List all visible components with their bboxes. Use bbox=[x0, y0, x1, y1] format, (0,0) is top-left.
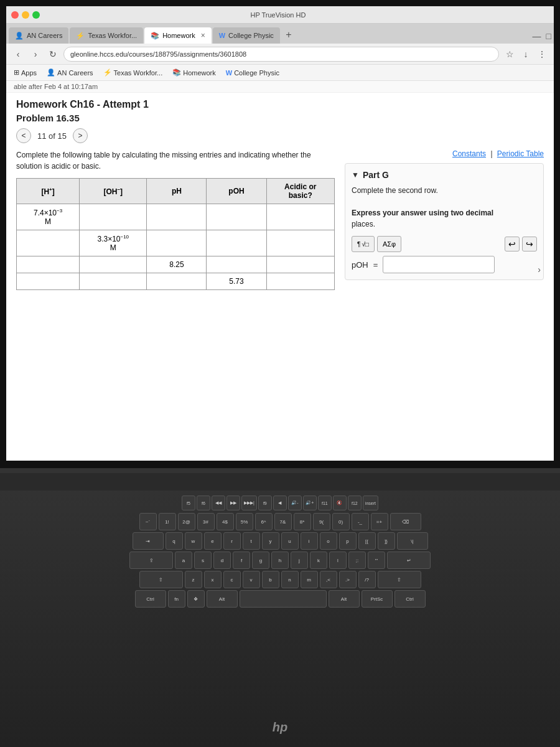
key-l[interactable]: l bbox=[329, 552, 347, 569]
key-ctrl-right[interactable]: Ctrl bbox=[394, 590, 426, 608]
key-f10[interactable]: ◀ bbox=[273, 496, 287, 510]
bookmark-college[interactable]: W College Physic bbox=[223, 68, 282, 78]
maximize-window-button[interactable] bbox=[32, 11, 40, 19]
redo-button[interactable]: ↪ bbox=[522, 237, 537, 251]
key-w[interactable]: w bbox=[185, 532, 202, 550]
key-space[interactable] bbox=[240, 590, 327, 608]
key-alt-right[interactable]: Alt bbox=[329, 590, 360, 608]
key-f6[interactable]: f6 bbox=[197, 496, 210, 510]
key-b[interactable]: b bbox=[262, 571, 279, 588]
tab-college-physics[interactable]: W College Physic bbox=[213, 27, 280, 44]
key-q[interactable]: q bbox=[166, 532, 183, 550]
key-enter[interactable]: ↵ bbox=[387, 552, 431, 569]
key-h[interactable]: h bbox=[271, 552, 289, 569]
key-f12[interactable]: f12 bbox=[348, 496, 362, 510]
key-tilde[interactable]: ~` bbox=[139, 513, 157, 530]
key-capslock[interactable]: ⇪ bbox=[129, 552, 173, 569]
key-8[interactable]: 8* bbox=[294, 513, 311, 530]
close-window-button[interactable] bbox=[11, 11, 19, 19]
key-a[interactable]: a bbox=[175, 552, 192, 569]
key-3[interactable]: 3# bbox=[197, 513, 215, 530]
key-y[interactable]: y bbox=[262, 532, 279, 550]
key-2[interactable]: 2@ bbox=[178, 513, 195, 530]
key-f5[interactable]: f5 bbox=[182, 496, 195, 510]
key-win[interactable]: ❖ bbox=[187, 590, 205, 608]
key-insert[interactable]: insert bbox=[363, 496, 378, 510]
key-t[interactable]: t bbox=[243, 532, 260, 550]
part-g-collapse-arrow[interactable]: ▼ bbox=[352, 171, 359, 179]
key-fn[interactable]: fn bbox=[168, 590, 185, 608]
key-f9-play[interactable]: ▶▶▶| bbox=[241, 496, 257, 510]
key-lbracket[interactable]: [{ bbox=[358, 532, 376, 550]
undo-button[interactable]: ↩ bbox=[505, 237, 520, 251]
prev-problem-button[interactable]: < bbox=[16, 128, 31, 143]
star-icon[interactable]: ☆ bbox=[503, 47, 516, 61]
key-x[interactable]: x bbox=[204, 571, 222, 588]
tab-texas-workfor[interactable]: ⚡ Texas Workfor... bbox=[70, 27, 143, 44]
key-n[interactable]: n bbox=[281, 571, 299, 588]
back-button[interactable]: ‹ bbox=[11, 47, 25, 61]
key-9[interactable]: 9( bbox=[313, 513, 330, 530]
tab-an-careers[interactable]: 👤 AN Careers bbox=[9, 27, 68, 44]
constants-link[interactable]: Constants bbox=[452, 149, 486, 158]
bookmark-texas[interactable]: ⚡ Texas Workfor... bbox=[101, 67, 166, 78]
periodic-table-link[interactable]: Periodic Table bbox=[497, 149, 544, 158]
tab-close-homework[interactable]: × bbox=[201, 31, 205, 40]
refresh-button[interactable]: ↻ bbox=[46, 47, 60, 61]
key-equals[interactable]: =+ bbox=[371, 513, 388, 530]
text-format-button[interactable]: ¶ √□ bbox=[352, 236, 375, 252]
key-o[interactable]: o bbox=[320, 532, 337, 550]
answer-input[interactable] bbox=[383, 256, 495, 273]
key-shift-left[interactable]: ⇧ bbox=[139, 571, 183, 588]
key-prtsc[interactable]: PrtSc bbox=[362, 590, 393, 608]
key-r[interactable]: r bbox=[223, 532, 241, 550]
key-f7[interactable]: ◀◀ bbox=[212, 496, 225, 510]
key-c[interactable]: c bbox=[223, 571, 241, 588]
forward-button[interactable]: › bbox=[29, 47, 42, 61]
key-i[interactable]: i bbox=[301, 532, 318, 550]
menu-icon[interactable]: ⋮ bbox=[535, 47, 549, 61]
key-e[interactable]: e bbox=[204, 532, 222, 550]
bookmark-an-careers[interactable]: 👤 AN Careers bbox=[44, 67, 95, 78]
key-j[interactable]: j bbox=[291, 552, 308, 569]
key-alt-left[interactable]: Alt bbox=[207, 590, 238, 608]
key-quote[interactable]: '" bbox=[368, 552, 385, 569]
key-z[interactable]: z bbox=[185, 571, 202, 588]
key-m[interactable]: m bbox=[301, 571, 318, 588]
download-icon[interactable]: ↓ bbox=[519, 47, 533, 61]
key-5[interactable]: 5% bbox=[236, 513, 253, 530]
bookmark-homework[interactable]: 📚 Homework bbox=[170, 67, 218, 78]
minimize-window-button[interactable] bbox=[22, 11, 29, 19]
restore-browser-button[interactable]: □ bbox=[546, 31, 551, 41]
key-f9[interactable]: f9 bbox=[258, 496, 272, 510]
key-u[interactable]: u bbox=[281, 532, 299, 550]
new-tab-button[interactable]: + bbox=[281, 27, 296, 42]
key-4[interactable]: 4$ bbox=[217, 513, 234, 530]
symbol-button[interactable]: ΑΣφ bbox=[377, 236, 401, 252]
key-rbracket[interactable]: ]} bbox=[378, 532, 395, 550]
minimize-browser-button[interactable]: — bbox=[533, 31, 541, 41]
next-problem-button[interactable]: > bbox=[73, 128, 88, 143]
key-slash[interactable]: /? bbox=[358, 571, 376, 588]
key-semicolon[interactable]: ;: bbox=[348, 552, 366, 569]
tab-homework[interactable]: 📚 Homework × bbox=[144, 27, 212, 44]
key-7[interactable]: 7& bbox=[274, 513, 292, 530]
key-g[interactable]: g bbox=[252, 552, 269, 569]
key-v[interactable]: v bbox=[243, 571, 260, 588]
key-1[interactable]: 1! bbox=[159, 513, 176, 530]
key-f11[interactable]: f11 bbox=[318, 496, 332, 510]
key-mute[interactable]: 🔇 bbox=[333, 496, 347, 510]
key-shift-right[interactable]: ⇧ bbox=[378, 571, 421, 588]
key-period[interactable]: .> bbox=[339, 571, 357, 588]
key-tab[interactable]: ⇥ bbox=[133, 532, 164, 550]
key-comma[interactable]: ,< bbox=[320, 571, 337, 588]
key-k[interactable]: k bbox=[310, 552, 327, 569]
address-box[interactable]: gleonline.hccs.edu/courses/188795/assign… bbox=[63, 47, 499, 62]
key-d[interactable]: d bbox=[213, 552, 231, 569]
key-backslash[interactable]: \| bbox=[397, 532, 428, 550]
key-0[interactable]: 0) bbox=[332, 513, 350, 530]
key-6[interactable]: 6^ bbox=[255, 513, 273, 530]
key-vol-up[interactable]: 🔊+ bbox=[303, 496, 317, 510]
key-s[interactable]: s bbox=[194, 552, 212, 569]
bookmark-apps[interactable]: ⊞ Apps bbox=[11, 67, 39, 78]
